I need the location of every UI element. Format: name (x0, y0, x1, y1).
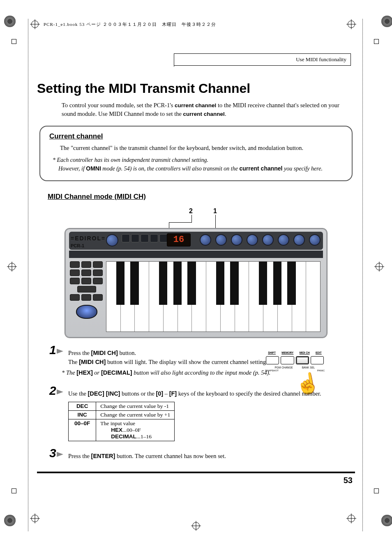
book-header-text: PCR-1_e1.book 53 ページ ２００３年１１月２０日 木曜日 午後３… (44, 21, 355, 28)
step-number: 2 (49, 384, 56, 398)
table-row: INC Change the current value by +1 (69, 411, 175, 419)
crop-mark-icon (4, 16, 16, 27)
trim-box-icon (374, 488, 379, 493)
mode-button-icon (131, 234, 139, 242)
registration-mark-icon (31, 515, 39, 522)
pad-icon (93, 278, 103, 284)
text: Press the (68, 453, 91, 459)
label: SNAPSHOT (265, 369, 279, 372)
step-number: 1 (49, 343, 56, 357)
trim-box-icon (12, 488, 16, 493)
current-channel-box: Current channel The "current channel" is… (39, 126, 353, 181)
bold-term: current channel (175, 102, 216, 108)
brand-logo: =EDIROL= (71, 235, 106, 242)
crop-mark-icon (381, 515, 392, 526)
keyboard-device: =EDIROL= PCR-1 16 (65, 228, 327, 338)
registration-mark-icon (348, 515, 355, 522)
left-control-cluster (70, 261, 104, 332)
rotary-knob-icon (215, 234, 227, 246)
registration-mark-icon (8, 263, 16, 270)
table-cell: Change the current value by -1 (96, 402, 175, 411)
registration-mark-icon (31, 21, 39, 28)
brand-model: PCR-1 (71, 243, 84, 248)
callout-1: 1 (213, 207, 217, 215)
button-ref: [MIDI CH] (79, 359, 106, 365)
bold-term: current channel (239, 165, 282, 172)
callout-2: 2 (189, 207, 193, 215)
text: ...00–0F (122, 427, 141, 433)
mode-button-icon (150, 234, 158, 242)
breadcrumb-label: Use MIDI functionality (296, 56, 346, 62)
rotary-knob-icon (247, 234, 258, 246)
label: MEMORY (281, 351, 293, 355)
pad-icon (81, 269, 91, 276)
rotary-knob-icon (231, 234, 242, 246)
mini-button-lit-icon (296, 356, 309, 364)
subsection-title: MIDI Channel mode (MIDI CH) (48, 193, 355, 201)
text: button. (118, 350, 136, 356)
step-1: 1 Press the [MIDI CH] button. The [MIDI … (57, 349, 343, 377)
rotary-knob-icon (293, 234, 305, 246)
text: you specify here. (283, 166, 323, 172)
text: * The (62, 369, 76, 376)
pad-icon (70, 269, 80, 276)
registration-mark-icon (348, 21, 355, 28)
pad-icon (70, 294, 80, 301)
step-number: 3 (49, 446, 56, 460)
text: – (163, 390, 169, 397)
label: PGM CHANGE (275, 366, 293, 369)
bold-term: current channel (183, 111, 225, 117)
pad-icon (70, 278, 80, 284)
modulation-wheel-icon (76, 305, 97, 319)
button-ref: [0] (156, 390, 163, 397)
page-number: 53 (37, 476, 353, 485)
mini-button-row (266, 356, 324, 365)
rotary-knob-icon (309, 234, 321, 246)
step-text: Press the [ENTER] button. The current ch… (68, 452, 343, 461)
text: Press the (68, 350, 91, 356)
section-title: Current channel (49, 132, 343, 140)
text: . (225, 111, 226, 117)
rotary-knob-icon (262, 234, 274, 246)
text: ...1–16 (136, 433, 152, 440)
table-header-cell: 00–0F (69, 419, 96, 441)
text: or (93, 369, 101, 376)
pad-icon (70, 261, 80, 268)
mini-sublabel-strip: PGM CHANGE BANK SEL (265, 366, 325, 369)
label: PANIC (317, 369, 325, 372)
leader-line (191, 215, 192, 222)
text: keys of the keyboard to specify the desi… (177, 390, 321, 397)
device-figure: 1 2 3 =EDIROL= PCR-1 16 (65, 207, 327, 338)
text: The (68, 359, 79, 365)
rotary-knob-icon (278, 234, 289, 246)
bold-term: OMNI (86, 165, 101, 172)
seven-segment-display: 16 (167, 233, 191, 246)
pad-icon (81, 261, 91, 268)
rotary-knob-icon (200, 234, 211, 246)
label: SHIFT (268, 351, 276, 355)
pad-icon (93, 294, 103, 301)
pad-icon (81, 278, 91, 284)
trim-box-icon (374, 39, 379, 44)
label: MIDI CH (300, 351, 310, 355)
button-ref: [MIDI CH] (91, 350, 118, 356)
label: EDIT (316, 351, 322, 355)
bottom-rule (37, 472, 355, 473)
button-ref: [F] (169, 390, 177, 397)
pad-icon (93, 269, 103, 276)
trim-box-icon (12, 39, 16, 44)
footnote: * Each controller has its own independen… (53, 156, 343, 173)
pad-icon (93, 261, 103, 268)
text: button. The current channel has now been… (115, 453, 226, 459)
button-ref: [DECIMAL] (101, 369, 132, 376)
bold-term: HEX (111, 427, 122, 433)
text: button will light. The display will show… (106, 359, 267, 365)
text: mode (p. 54) is on, the controllers will… (101, 166, 240, 172)
text: buttons or the (120, 390, 156, 397)
registration-mark-icon (376, 263, 383, 270)
pad-icon (81, 294, 91, 301)
bold-term: DECIMAL (111, 433, 136, 440)
table-cell: Change the current value by +1 (96, 411, 175, 419)
button-ref: [HEX] (76, 369, 92, 376)
step-text: Use the [DEC] [INC] buttons or the [0] –… (68, 389, 343, 398)
